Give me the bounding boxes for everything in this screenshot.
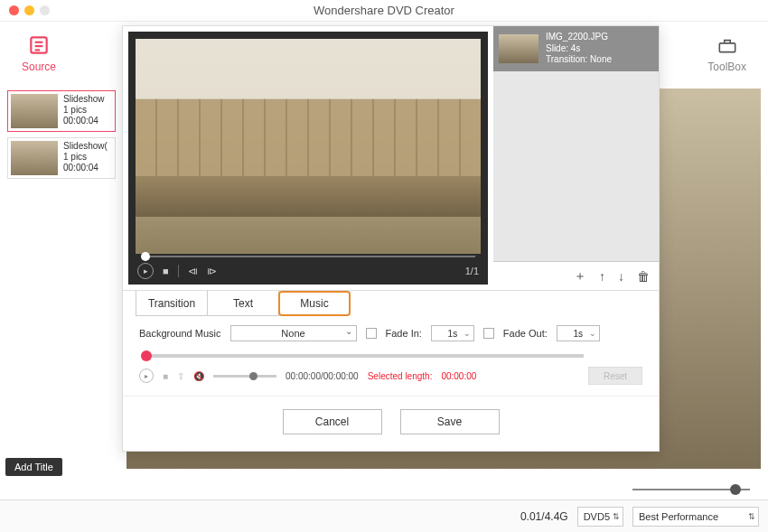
tab-music[interactable]: Music — [278, 291, 351, 316]
footer-bar: 0.01/4.4G DVD5 Best Performance — [0, 499, 768, 532]
clip-meta: IMG_2200.JPG Slide: 4s Transition: None — [546, 32, 612, 66]
slideshow-list: Slideshow 1 pics 00:00:04 Slideshow( 1 p… — [7, 90, 116, 184]
play-icon[interactable]: ▸ — [137, 263, 154, 279]
quality-value: Best Performance — [639, 511, 718, 522]
step-toolbox-label: ToolBox — [707, 61, 746, 73]
clips-panel: IMG_2200.JPG Slide: 4s Transition: None … — [493, 26, 659, 290]
clip-transition: Transition: None — [546, 54, 612, 66]
editor-footer: Cancel Save — [123, 396, 659, 451]
thumbnail-image — [11, 94, 58, 128]
disc-type-value: DVD5 — [584, 511, 610, 522]
clip-item[interactable]: IMG_2200.JPG Slide: 4s Transition: None — [493, 26, 659, 71]
main-preview-slider[interactable] — [632, 489, 750, 490]
thumbnail-image — [11, 141, 58, 175]
delete-clip-icon[interactable]: 🗑 — [637, 269, 650, 284]
music-time: 00:00:00/00:00:00 — [286, 371, 359, 381]
music-timeline[interactable] — [141, 354, 584, 358]
svg-rect-4 — [719, 43, 735, 52]
stop-icon[interactable]: ■ — [163, 266, 169, 276]
preview-seekbar[interactable] — [141, 256, 475, 257]
slideshow-item[interactable]: Slideshow 1 pics 00:00:04 — [7, 90, 116, 132]
thumbnail-title: Slideshow( — [63, 141, 108, 152]
clips-empty-area — [493, 71, 659, 262]
bg-music-label: Background Music — [139, 328, 221, 339]
close-icon[interactable] — [9, 5, 19, 15]
fadein-value: 1s — [448, 329, 458, 339]
clip-slide-duration: Slide: 4s — [546, 43, 612, 55]
toolbox-icon — [716, 33, 739, 57]
step-source[interactable]: Source — [22, 33, 56, 73]
maximize-icon[interactable] — [40, 5, 50, 15]
thumbnail-duration: 00:00:04 — [63, 116, 105, 126]
fadein-select[interactable]: 1s — [431, 325, 474, 341]
fadeout-checkbox[interactable] — [483, 328, 494, 339]
thumbnail-title: Slideshow — [63, 94, 105, 105]
music-panel: Background Music None Fade In: 1s Fade O… — [123, 316, 659, 390]
music-export-icon[interactable]: ⇪ — [177, 371, 184, 381]
thumbnail-duration: 00:00:04 — [63, 163, 108, 173]
fadein-checkbox[interactable] — [366, 328, 377, 339]
preview-counter: 1/1 — [465, 266, 479, 276]
disc-size-label: 0.01/4.4G — [520, 510, 568, 523]
thumbnail-meta: Slideshow 1 pics 00:00:04 — [63, 94, 105, 128]
reset-button[interactable]: Reset — [588, 367, 642, 385]
minimize-icon[interactable] — [24, 5, 34, 15]
thumbnail-meta: Slideshow( 1 pics 00:00:04 — [63, 141, 108, 175]
window-traffic-lights — [9, 5, 50, 15]
step-toolbox[interactable]: ToolBox — [707, 33, 746, 73]
preview-player: ▸ ■ ⧏ ⧐ 1/1 — [128, 32, 488, 285]
disc-type-select[interactable]: DVD5 — [577, 507, 623, 527]
preview-image-overlay — [136, 39, 481, 254]
mute-icon[interactable]: 🔇 — [193, 371, 204, 381]
app-title: Wondershare DVD Creator — [0, 4, 768, 17]
fadein-label: Fade In: — [386, 328, 422, 339]
prev-slide-icon[interactable]: ⧏ — [188, 266, 198, 277]
thumbnail-pics: 1 pics — [63, 105, 105, 116]
selected-length-label: Selected length: — [368, 371, 433, 381]
fadeout-select[interactable]: 1s — [557, 325, 600, 341]
save-button[interactable]: Save — [400, 409, 500, 434]
bg-music-select[interactable]: None — [230, 325, 357, 341]
fadeout-value: 1s — [574, 329, 584, 339]
slideshow-item[interactable]: Slideshow( 1 pics 00:00:04 — [7, 137, 116, 179]
separator — [178, 265, 179, 277]
clip-thumbnail — [499, 34, 539, 63]
add-clip-icon[interactable]: ＋ — [574, 268, 586, 285]
thumbnail-pics: 1 pics — [63, 152, 108, 163]
titlebar: Wondershare DVD Creator — [0, 0, 768, 22]
cancel-button[interactable]: Cancel — [283, 409, 382, 434]
slide-editor-modal: ▸ ■ ⧏ ⧐ 1/1 IMG_2200.JPG Slide: 4s Trans… — [122, 25, 660, 452]
music-stop-icon[interactable]: ■ — [163, 371, 168, 381]
move-up-icon[interactable]: ↑ — [599, 269, 605, 284]
source-icon — [27, 33, 51, 57]
fadeout-label: Fade Out: — [503, 328, 548, 339]
clips-toolbar: ＋ ↑ ↓ 🗑 — [493, 261, 659, 290]
add-title-button[interactable]: Add Title — [5, 458, 62, 476]
next-slide-icon[interactable]: ⧐ — [207, 266, 217, 277]
quality-select[interactable]: Best Performance — [632, 507, 759, 527]
bg-music-value: None — [281, 328, 304, 339]
tab-text[interactable]: Text — [207, 291, 279, 316]
step-source-label: Source — [22, 61, 56, 73]
tab-transition[interactable]: Transition — [136, 291, 208, 316]
selected-length-value: 00:00:00 — [441, 371, 476, 381]
clip-filename: IMG_2200.JPG — [546, 32, 612, 43]
volume-slider[interactable] — [213, 375, 276, 378]
move-down-icon[interactable]: ↓ — [618, 269, 624, 284]
editor-tabs: Transition Text Music — [123, 290, 659, 316]
music-play-icon[interactable]: ▸ — [139, 369, 154, 383]
